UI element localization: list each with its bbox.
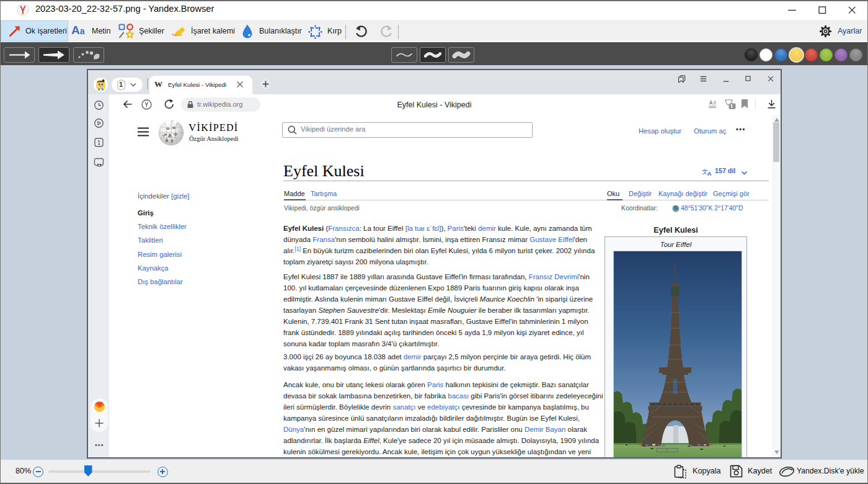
svg-text:W: W bbox=[172, 126, 176, 130]
svg-text:ф: ф bbox=[166, 138, 168, 142]
svg-text:あ: あ bbox=[168, 133, 172, 138]
svg-text:A: A bbox=[707, 171, 712, 176]
svg-text:ش: ش bbox=[162, 132, 167, 137]
svg-text:Ω: Ω bbox=[167, 127, 170, 130]
svg-text:中: 中 bbox=[174, 132, 178, 137]
